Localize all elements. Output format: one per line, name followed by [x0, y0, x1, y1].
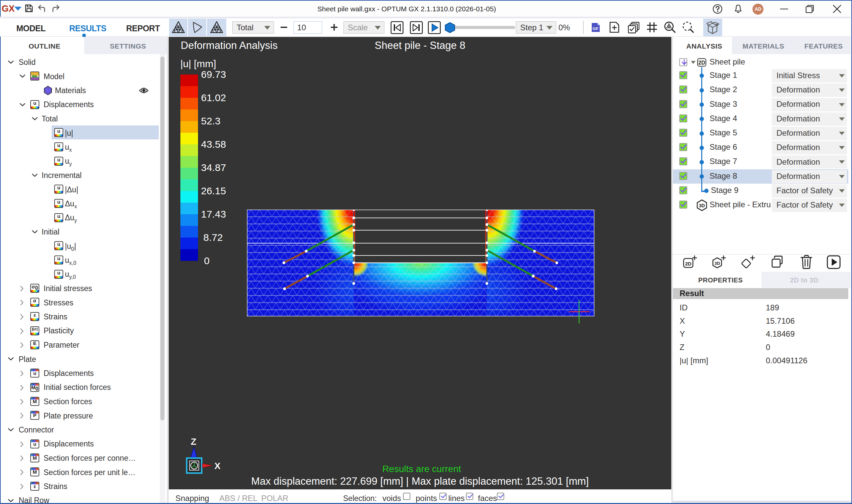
svg-text:Z: Z [191, 436, 196, 447]
svg-text:3D: 3D [699, 203, 705, 208]
svg-text:2D: 2D [685, 261, 691, 267]
svg-text:3D: 3D [714, 261, 720, 266]
svg-text:GIF: GIF [593, 26, 599, 31]
